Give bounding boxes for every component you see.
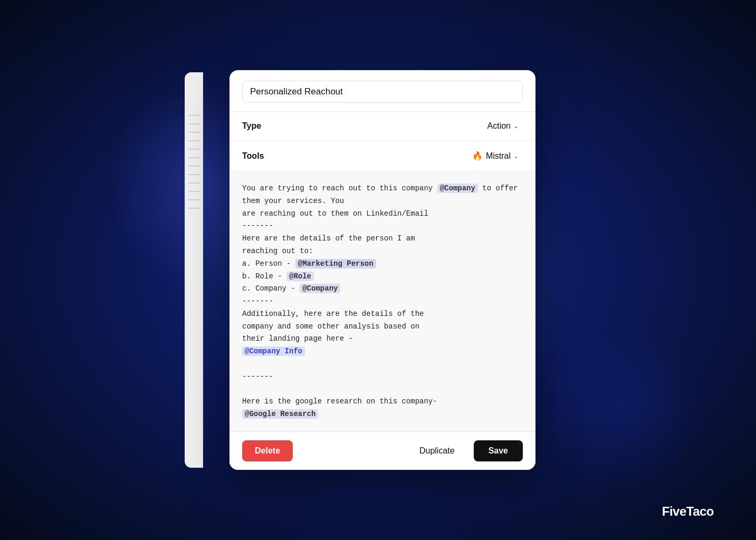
panel-line bbox=[188, 132, 199, 133]
panel-line bbox=[188, 123, 199, 124]
title-input[interactable] bbox=[242, 81, 523, 103]
left-panel bbox=[185, 72, 203, 468]
brand-logo: FiveTaco bbox=[662, 504, 714, 519]
panel-line bbox=[188, 166, 199, 167]
panel-line bbox=[188, 140, 199, 141]
modal-dialog: Type Action ⌄ Tools 🔥 Mistral ⌄ You are … bbox=[229, 70, 535, 470]
footer-right-actions: Duplicate Save bbox=[411, 440, 523, 461]
modal-footer: Delete Duplicate Save bbox=[229, 431, 535, 470]
panel-line bbox=[188, 174, 199, 175]
panel-line bbox=[188, 157, 199, 158]
panel-line bbox=[188, 199, 199, 200]
panel-line bbox=[188, 208, 199, 209]
chevron-down-icon: ⌄ bbox=[513, 152, 519, 160]
variable-tag: @Company bbox=[437, 184, 478, 193]
type-dropdown[interactable]: Action ⌄ bbox=[483, 119, 523, 133]
type-label: Type bbox=[242, 121, 261, 131]
panel-line bbox=[188, 115, 199, 116]
tools-dropdown[interactable]: 🔥 Mistral ⌄ bbox=[467, 148, 523, 164]
prompt-text: You are trying to reach out to this comp… bbox=[242, 182, 523, 421]
type-value: Action bbox=[487, 121, 511, 131]
content-area[interactable]: You are trying to reach out to this comp… bbox=[229, 172, 535, 431]
tools-row: Tools 🔥 Mistral ⌄ bbox=[229, 141, 535, 172]
panel-line bbox=[188, 191, 199, 192]
variable-tag: @Marketing Person bbox=[295, 259, 376, 268]
tools-label: Tools bbox=[242, 151, 264, 161]
panel-line bbox=[188, 149, 199, 150]
variable-tag: @Google Research bbox=[242, 409, 318, 419]
delete-button[interactable]: Delete bbox=[242, 440, 293, 461]
chevron-down-icon: ⌄ bbox=[513, 122, 519, 130]
variable-tag: @Role bbox=[286, 272, 314, 281]
duplicate-button[interactable]: Duplicate bbox=[411, 440, 463, 461]
variable-tag: @Company Info bbox=[242, 346, 305, 356]
panel-line bbox=[188, 182, 199, 184]
modal-header bbox=[229, 70, 535, 112]
type-row: Type Action ⌄ bbox=[229, 112, 535, 141]
variable-tag: @Company bbox=[300, 284, 340, 293]
mistral-icon: 🔥 bbox=[472, 150, 483, 162]
tools-value: Mistral bbox=[486, 151, 511, 161]
save-button[interactable]: Save bbox=[474, 440, 523, 461]
